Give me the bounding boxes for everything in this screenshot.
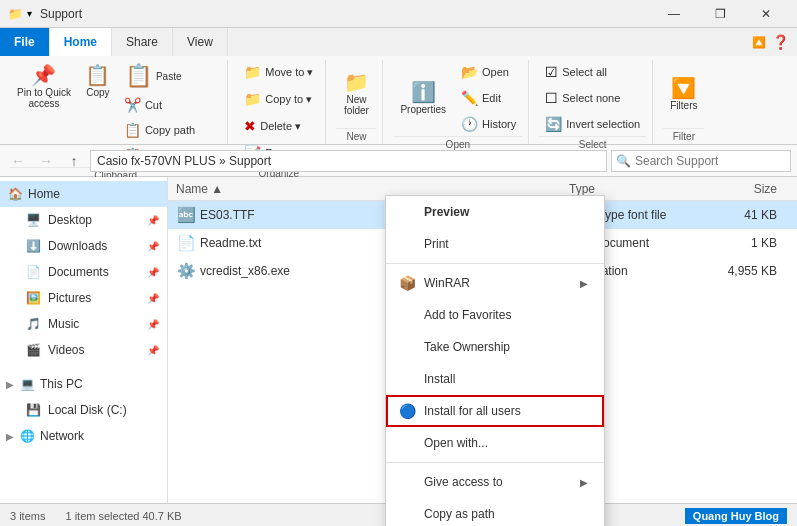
help-icon[interactable]: ❓ [772,34,789,50]
invert-label: Invert selection [566,118,640,130]
history-icon: 🕐 [461,116,478,132]
forward-button[interactable]: → [34,149,58,173]
access-icon [398,473,416,491]
tab-file[interactable]: File [0,28,50,56]
copy-to-label: Copy to ▾ [265,93,312,106]
ctx-install-label: Install [424,372,455,386]
paste-button[interactable]: 📋 Paste [118,60,221,92]
maximize-button[interactable]: ❐ [697,0,743,28]
new-group: 📁 New folder New [330,60,383,144]
col-size-header[interactable]: Size [709,182,789,196]
documents-icon: 📄 [24,263,42,281]
sidebar-item-documents[interactable]: 📄 Documents 📌 [0,259,167,285]
ctx-install-all-label: Install for all users [424,404,521,418]
close-button[interactable]: ✕ [743,0,789,28]
ctx-winrar[interactable]: 📦 WinRAR ▶ [386,267,604,299]
open-button[interactable]: 📂 Open [455,60,522,84]
sidebar-this-pc[interactable]: ▶ 💻 This PC [0,371,167,397]
font-file-icon: 🔤 [176,205,196,225]
move-icon: 📁 [244,64,261,80]
ctx-add-favorites[interactable]: Add to Favorites [386,299,604,331]
sidebar-item-videos[interactable]: 🎬 Videos 📌 [0,337,167,363]
paste-icon: 📋 [125,65,152,87]
select-items: ☑ Select all ☐ Select none 🔄 Invert sele… [539,60,646,136]
txt-file-icon: 📄 [176,233,196,253]
filters-button[interactable]: 🔽 Filters [663,73,704,116]
sidebar-local-disk[interactable]: 💾 Local Disk (C:) [0,397,167,423]
ctx-give-access[interactable]: Give access to ▶ [386,466,604,498]
file-size: 1 KB [709,236,789,250]
filter-label: Filter [663,128,704,144]
new-folder-button[interactable]: 📁 New folder [336,67,376,121]
arrow-icon-2: ▶ [580,477,588,488]
ctx-access-label: Give access to [424,475,503,489]
music-label: Music [48,317,79,331]
copy-icon: 📋 [85,65,110,85]
pin-indicator-pic: 📌 [147,293,159,304]
edit-icon: ✏️ [461,90,478,106]
new-items: 📁 New folder [336,60,376,128]
properties-button[interactable]: ℹ️ Properties [393,77,453,120]
copy-label: Copy [86,87,109,98]
new-folder-icon: 📁 [344,72,369,92]
videos-icon: 🎬 [24,341,42,359]
ctx-separator-2 [386,462,604,463]
copy-path-icon [398,505,416,523]
network-icon: 🌐 [18,427,36,445]
sidebar-home[interactable]: 🏠 Home [0,181,167,207]
copy-to-button[interactable]: 📁 Copy to ▾ [238,87,319,111]
local-disk-icon: 💾 [24,401,42,419]
ctx-print-label: Print [424,237,449,251]
sidebar-item-pictures[interactable]: 🖼️ Pictures 📌 [0,285,167,311]
select-all-button[interactable]: ☑ Select all [539,60,613,84]
breadcrumb-text: Casio fx-570VN PLUS » Support [97,154,271,168]
sidebar-network[interactable]: ▶ 🌐 Network [0,423,167,449]
up-button[interactable]: ↑ [62,149,86,173]
pin-indicator-doc: 📌 [147,267,159,278]
pin-indicator-vid: 📌 [147,345,159,356]
watermark: Quang Huy Blog [685,508,787,524]
ribbon-tabs: File Home Share View 🔼 ❓ [0,28,797,56]
ctx-install-all-users[interactable]: 🔵 Install for all users [386,395,604,427]
window-title: Support [40,7,651,21]
pin-quick-access-button[interactable]: 📌 Pin to Quick access [10,60,78,114]
move-to-button[interactable]: 📁 Move to ▾ [238,60,319,84]
tab-view[interactable]: View [173,28,228,56]
tab-home[interactable]: Home [50,28,112,56]
sidebar-item-music[interactable]: 🎵 Music 📌 [0,311,167,337]
sidebar-item-downloads[interactable]: ⬇️ Downloads 📌 [0,233,167,259]
ctx-open-with-label: Open with... [424,436,488,450]
back-button[interactable]: ← [6,149,30,173]
winrar-icon: 📦 [398,274,416,292]
select-none-label: Select none [562,92,620,104]
col-type-header[interactable]: Type [569,182,709,196]
copy-path-button[interactable]: 📋 Copy path [118,118,221,142]
ctx-ownership-label: Take Ownership [424,340,510,354]
history-button[interactable]: 🕐 History [455,112,522,136]
quick-access-icon: ▾ [27,8,32,19]
properties-icon: ℹ️ [411,82,436,102]
ctx-print[interactable]: Print [386,228,604,260]
edit-button[interactable]: ✏️ Edit [455,86,522,110]
select-none-button[interactable]: ☐ Select none [539,86,626,110]
sidebar-item-desktop[interactable]: 🖥️ Desktop 📌 [0,207,167,233]
search-input[interactable] [635,154,786,168]
col-name-header[interactable]: Name ▲ [176,182,569,196]
pin-indicator: 📌 [147,215,159,226]
ctx-install[interactable]: Install [386,363,604,395]
ctx-take-ownership[interactable]: Take Ownership [386,331,604,363]
ctx-copy-path[interactable]: Copy as path [386,498,604,526]
ctx-preview[interactable]: Preview [386,196,604,228]
cut-button[interactable]: ✂️ Cut [118,93,221,117]
ctx-open-with[interactable]: Open with... [386,427,604,459]
search-icon: 🔍 [616,154,631,168]
minimize-button[interactable]: — [651,0,697,28]
copy-button[interactable]: 📋 Copy [78,60,118,103]
home-label: Home [28,187,60,201]
tab-share[interactable]: Share [112,28,173,56]
delete-button[interactable]: ✖ Delete ▾ [238,114,319,138]
breadcrumb[interactable]: Casio fx-570VN PLUS » Support [90,150,607,172]
ribbon-expand-icon[interactable]: 🔼 [752,36,766,49]
filter-items: 🔽 Filters [663,60,704,128]
invert-selection-button[interactable]: 🔄 Invert selection [539,112,646,136]
